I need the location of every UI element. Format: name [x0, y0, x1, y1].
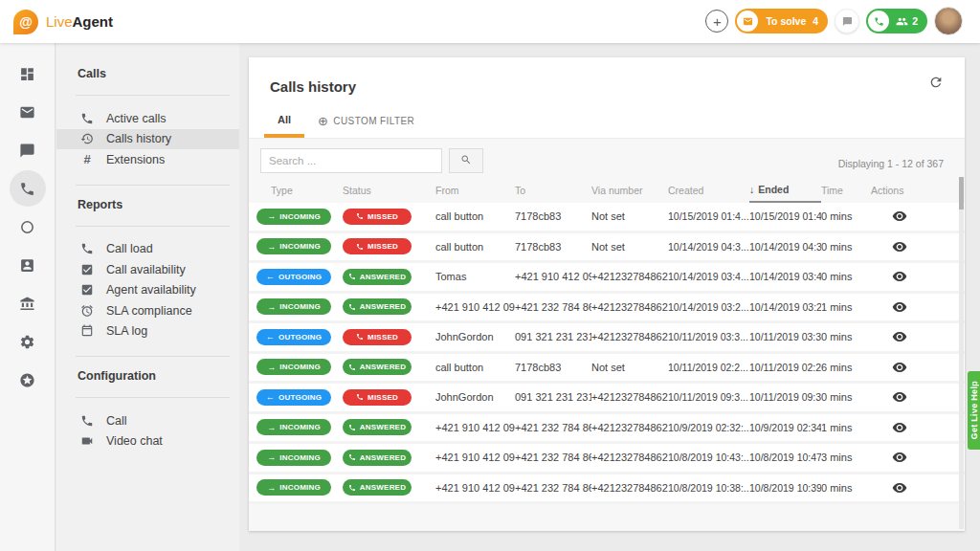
type-badge-outgoing: ←OUTGOING [256, 389, 331, 406]
app: @ LiveAgent + To solve 4 2 [0, 0, 980, 551]
cell-time: 0 mins [821, 391, 871, 403]
cell-to: 091 321 231 231 [515, 391, 591, 403]
refresh-button[interactable] [928, 75, 944, 93]
cell-created: 10/14/2019 04:3... [668, 241, 749, 253]
cell-time: 0 mins [821, 210, 871, 222]
mail-icon [19, 104, 35, 121]
rail-item-dashboard[interactable] [10, 55, 46, 92]
status-badge-answered: ANSWERED [343, 359, 412, 375]
checkbox-icon [80, 263, 94, 276]
phone-icon [348, 364, 356, 371]
calls-widget-button[interactable]: 2 [866, 9, 927, 33]
to-solve-button[interactable]: To solve 4 [735, 9, 828, 33]
column-header-label: From [435, 185, 459, 196]
cell-created: 10/8/2019 10:43:... [668, 452, 749, 463]
cell-created: 10/14/2019 03:4... [668, 271, 749, 282]
search-input[interactable] [260, 148, 442, 173]
eye-icon [892, 360, 907, 375]
user-avatar[interactable] [934, 7, 963, 35]
brand-live: Live [46, 13, 73, 30]
refresh-icon [928, 75, 944, 90]
column-header-status[interactable]: Status [343, 177, 435, 203]
view-call-button[interactable] [892, 209, 907, 224]
cell-from: call button [435, 241, 515, 253]
cell-via-number: +421232784862 [591, 482, 668, 494]
tab-all[interactable]: All [264, 114, 304, 138]
add-button[interactable]: + [705, 10, 728, 33]
nav-item-sla-log[interactable]: SLA log [56, 321, 239, 342]
nav-item-call-load[interactable]: Call load [56, 239, 239, 260]
status-badge-answered: ANSWERED [343, 479, 412, 496]
table-scrollbar[interactable] [959, 177, 964, 529]
view-call-button[interactable] [892, 480, 907, 496]
search-button[interactable] [449, 148, 483, 173]
view-call-button[interactable] [892, 299, 907, 315]
column-header-via-number[interactable]: Via number [591, 177, 668, 203]
column-header-from[interactable]: From [435, 177, 515, 203]
view-call-button[interactable] [892, 389, 907, 405]
envelope-icon [743, 16, 753, 27]
nav-item-active-calls[interactable]: Active calls [56, 108, 239, 129]
rail-item-chat-bubble[interactable] [10, 132, 46, 168]
table-row: →INCOMINGANSWERED+421 910 412 090+421 23… [249, 474, 965, 505]
rail-item-phone[interactable] [10, 170, 46, 207]
view-call-button[interactable] [892, 360, 907, 375]
nav-item-extensions[interactable]: #Extensions [56, 149, 239, 170]
rail-item-bank[interactable] [10, 285, 46, 321]
eye-icon [892, 239, 907, 254]
view-call-button[interactable] [892, 450, 907, 465]
cell-time: 0 mins [821, 331, 871, 342]
column-header-time[interactable]: Time [821, 177, 871, 203]
chat-toggle-button[interactable] [835, 9, 859, 33]
column-header-actions[interactable]: Actions [871, 177, 928, 203]
nav-item-label: Call availability [106, 263, 186, 276]
plus-icon: + [713, 13, 722, 30]
column-header-ended[interactable]: ↓Ended [749, 177, 821, 203]
nav-item-label: Active calls [106, 112, 167, 125]
view-call-button[interactable] [892, 329, 907, 344]
view-call-button[interactable] [892, 269, 907, 284]
calendar-icon [80, 324, 94, 338]
cell-created: 10/8/2019 10:38:... [668, 482, 749, 494]
table-header: TypeStatusFromToVia numberCreated↓EndedT… [249, 177, 965, 203]
rail-item-settings-gear[interactable] [10, 323, 46, 360]
to-solve-count: 4 [813, 15, 818, 27]
search-icon [460, 154, 472, 165]
cell-time: 1 mins [821, 301, 871, 313]
cell-from: Tomas [435, 271, 515, 282]
phone-icon [348, 484, 356, 492]
cell-created: 10/15/2019 01:4... [668, 210, 749, 222]
rail-item-mail[interactable] [10, 94, 46, 130]
table-row: ←OUTGOINGMISSEDJohnGordon091 321 231 231… [249, 384, 965, 414]
get-live-help-button[interactable]: Get Live Help [968, 371, 980, 450]
view-call-button[interactable] [892, 239, 907, 254]
checkbox-icon [80, 283, 94, 297]
divider [76, 397, 230, 398]
nav-item-agent-availability[interactable]: Agent availability [56, 280, 239, 301]
view-call-button[interactable] [892, 420, 907, 435]
column-header-label: Via number [591, 185, 643, 196]
nav-item-calls-history[interactable]: Calls history [56, 129, 239, 150]
nav-item-sla-compliance[interactable]: SLA compliance [56, 300, 239, 321]
brand-agent: Agent [73, 13, 114, 30]
top-bar-actions: + To solve 4 2 [705, 7, 963, 35]
nav-item-call[interactable]: Call [56, 410, 239, 431]
column-header-created[interactable]: Created [668, 177, 749, 203]
column-header-type[interactable]: Type [256, 177, 343, 203]
liveagent-logo[interactable]: @ LiveAgent [0, 10, 113, 34]
cell-created: 10/14/2019 03:2... [668, 301, 749, 313]
tab-custom-filter[interactable]: ⊕ CUSTOM FILTER [304, 116, 428, 138]
nav-item-call-availability[interactable]: Call availability [56, 259, 239, 280]
rail-item-circle-status[interactable] [10, 209, 46, 245]
phone-icon [356, 333, 364, 341]
column-header-to[interactable]: To [515, 177, 591, 203]
rail-item-contacts[interactable] [10, 247, 46, 283]
nav-item-video-chat[interactable]: Video chat [56, 431, 239, 452]
phone-icon [19, 181, 35, 197]
type-badge-outgoing: ←OUTGOING [256, 329, 331, 345]
cell-time: 6 mins [821, 362, 871, 373]
scrollbar-thumb[interactable] [959, 177, 964, 209]
settings-gear-icon [19, 334, 35, 350]
cell-ended: 10/11/2019 02:2... [749, 362, 821, 373]
rail-item-addons-badge[interactable] [10, 362, 46, 398]
